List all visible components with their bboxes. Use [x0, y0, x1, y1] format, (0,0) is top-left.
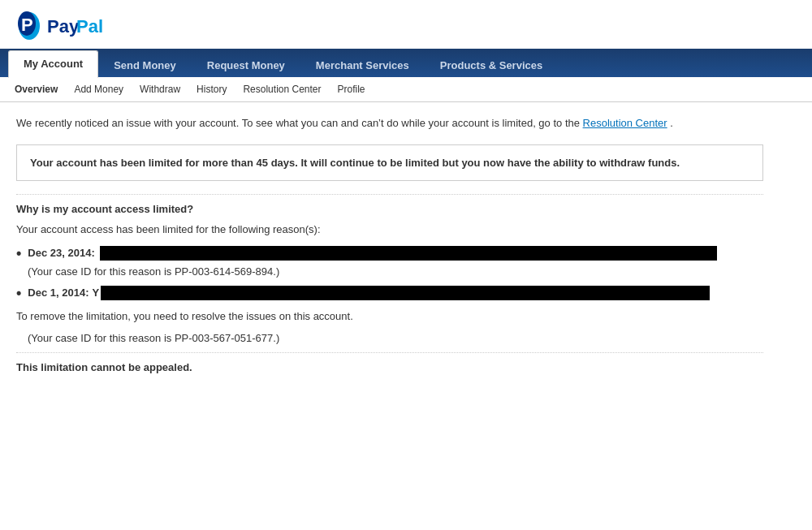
paypal-logo-svg: P Pay Pal: [16, 11, 106, 41]
subnav-overview[interactable]: Overview: [8, 82, 64, 97]
sub-nav: Overview Add Money Withdraw History Reso…: [0, 77, 812, 102]
redacted-bar-2: [101, 286, 710, 300]
divider-1: [16, 194, 763, 195]
tab-send-money[interactable]: Send Money: [98, 52, 192, 78]
notice-end: .: [670, 117, 673, 129]
reason-date-2: Dec 1, 2014:: [28, 287, 89, 299]
case-id-1: (Your case ID for this reason is PP-003-…: [28, 265, 763, 278]
tab-merchant-services[interactable]: Merchant Services: [300, 52, 425, 78]
header: P Pay Pal: [0, 0, 812, 49]
svg-text:P: P: [21, 15, 33, 35]
bullet-2: •: [16, 286, 21, 300]
reason-item-1: • Dec 23, 2014:: [16, 246, 763, 261]
reason-item-2: • Dec 1, 2014: Y: [16, 286, 763, 300]
subnav-profile[interactable]: Profile: [331, 82, 372, 97]
divider-2: [16, 352, 763, 353]
notice-paragraph: We recently noticed an issue with your a…: [16, 115, 763, 131]
svg-text:Pal: Pal: [76, 16, 103, 37]
bullet-1: •: [16, 246, 21, 261]
bottom-note: This limitation cannot be appealed.: [16, 361, 763, 373]
reason-prefix-2: Y: [92, 287, 99, 299]
tab-request-money[interactable]: Request Money: [192, 52, 300, 78]
warning-box: Your account has been limited for more t…: [16, 144, 763, 182]
subnav-resolution-center[interactable]: Resolution Center: [236, 82, 327, 97]
why-limited-title: Why is my account access limited?: [16, 203, 763, 215]
main-nav: My Account Send Money Request Money Merc…: [0, 49, 812, 77]
notice-text: We recently noticed an issue with your a…: [16, 117, 583, 129]
svg-text:Pay: Pay: [47, 16, 80, 37]
resolution-center-link[interactable]: Resolution Center: [583, 117, 667, 129]
logo: P Pay Pal: [16, 11, 796, 41]
tab-products-services[interactable]: Products & Services: [425, 52, 558, 78]
subnav-withdraw[interactable]: Withdraw: [133, 82, 187, 97]
case-id-2: (Your case ID for this reason is PP-003-…: [28, 332, 763, 344]
subnav-add-money[interactable]: Add Money: [67, 82, 130, 97]
content-area: We recently noticed an issue with your a…: [0, 102, 780, 386]
warning-text: Your account has been limited for more t…: [30, 155, 749, 171]
reason-date-1: Dec 23, 2014:: [28, 247, 94, 259]
resolve-text: To remove the limitation, you need to re…: [16, 308, 763, 325]
reason-intro: Your account access has been limited for…: [16, 222, 763, 238]
subnav-history[interactable]: History: [190, 82, 233, 97]
redacted-bar-1: [100, 246, 717, 261]
tab-my-account[interactable]: My Account: [8, 50, 98, 78]
